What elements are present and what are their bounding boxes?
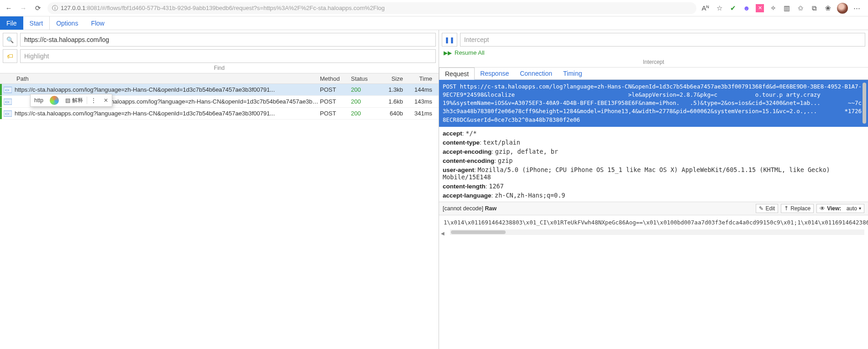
flow-method: POST bbox=[320, 110, 351, 117]
flow-table-body: <> https://c-sta.haloapps.com/log?langua… bbox=[0, 84, 439, 349]
request-body[interactable]: 1\x014\x011691464238803\x01_CI\x01RTeUkF… bbox=[439, 215, 868, 229]
favorite-icon[interactable]: ☆ bbox=[715, 4, 724, 13]
site-info-icon[interactable]: ⓘ bbox=[52, 4, 58, 12]
flow-type-icon: <> bbox=[2, 99, 14, 105]
copilot-icon[interactable] bbox=[50, 96, 59, 105]
tab-response[interactable]: Response bbox=[475, 68, 514, 79]
intercept-input[interactable] bbox=[460, 33, 865, 47]
col-time[interactable]: Time bbox=[406, 75, 439, 82]
flow-size: 1.3kb bbox=[377, 86, 406, 93]
flow-time: 144ms bbox=[406, 86, 439, 93]
read-aloud-icon[interactable]: Aᴺ bbox=[701, 4, 710, 13]
header-row[interactable]: content-type: text/plain bbox=[443, 138, 864, 147]
tag-icon: 🏷 bbox=[7, 52, 13, 60]
detail-body: POST https://c-sta.haloapps.com/log?lang… bbox=[439, 80, 868, 349]
address-bar[interactable]: ⓘ 127.0.0.1:8081/#/flows/fbf1d460-577b-4… bbox=[47, 2, 696, 14]
collections-icon[interactable]: ⧉ bbox=[810, 4, 819, 13]
profile-avatar[interactable] bbox=[837, 3, 848, 14]
replace-button[interactable]: ⤒Replace bbox=[781, 204, 814, 213]
detail-pane: ❚❚ ▶▶ Resume All Intercept Request Respo… bbox=[439, 30, 868, 349]
intercept-toggle[interactable]: ❚❚ bbox=[442, 33, 457, 47]
body-toolbar: [cannot decode] Raw ✎Edit ⤒Replace 👁View… bbox=[439, 202, 868, 215]
svg-text:<>: <> bbox=[5, 99, 10, 104]
tab-request[interactable]: Request bbox=[439, 68, 475, 80]
search-button[interactable]: 🔍 bbox=[3, 33, 17, 47]
flow-status: 200 bbox=[351, 86, 377, 93]
inline-translate-popup[interactable]: http ▤解释 ⋮ ✕ bbox=[30, 94, 112, 107]
fast-forward-icon: ▶▶ bbox=[444, 50, 452, 56]
browser-toolbar: ← → ⟳ ⓘ 127.0.0.1:8081/#/flows/fbf1d460-… bbox=[0, 0, 868, 16]
resume-all-button[interactable]: ▶▶ Resume All bbox=[442, 48, 865, 57]
col-method[interactable]: Method bbox=[320, 75, 351, 82]
find-panel-label: Find bbox=[0, 64, 439, 73]
request-first-line[interactable]: POST https://c-sta.haloapps.com/log?lang… bbox=[439, 80, 868, 127]
flow-type-icon: <> bbox=[2, 87, 14, 93]
tab-timing[interactable]: Timing bbox=[558, 68, 588, 79]
col-path[interactable]: Path bbox=[14, 75, 320, 82]
header-row[interactable]: accept-language: zh-CN,zh-Hans;q=0.9 bbox=[443, 191, 864, 200]
back-button[interactable]: ← bbox=[4, 3, 14, 13]
pause-icon: ❚❚ bbox=[444, 36, 455, 43]
pencil-icon: ✎ bbox=[759, 205, 763, 212]
performance-icon[interactable]: ❀ bbox=[823, 4, 832, 13]
book-icon: ▤ bbox=[65, 97, 70, 104]
reload-button[interactable]: ⟳ bbox=[33, 3, 43, 13]
chevron-down-icon: ▾ bbox=[859, 206, 861, 211]
header-row[interactable]: content-encoding: gzip bbox=[443, 156, 864, 165]
ext-check-icon[interactable]: ✔ bbox=[728, 4, 737, 13]
url-text: 127.0.0.1:8081/#/flows/fbf1d460-577b-431… bbox=[61, 5, 385, 11]
forward-button[interactable]: → bbox=[18, 3, 28, 13]
flow-table-header: Path Method Status Size Time bbox=[0, 73, 439, 84]
favorites-bar-icon[interactable]: ✩ bbox=[796, 4, 805, 13]
header-row[interactable]: user-agent: Mozilla/5.0 (iPhone; CPU iPh… bbox=[443, 165, 864, 182]
upload-icon: ⤒ bbox=[784, 205, 789, 212]
browser-actions: Aᴺ ☆ ✔ ☻ ✕ ✧ ▥ ✩ ⧉ ❀ ⋯ bbox=[701, 3, 864, 14]
flow-type-icon: <> bbox=[2, 110, 14, 117]
ctx-explain[interactable]: ▤解释 bbox=[62, 97, 87, 104]
split-icon[interactable]: ▥ bbox=[782, 4, 791, 13]
menu-start[interactable]: Start bbox=[23, 16, 50, 30]
header-row[interactable]: accept: */* bbox=[443, 129, 864, 138]
horizontal-scrollbar[interactable] bbox=[450, 229, 864, 235]
flow-path: https://c-sta.haloapps.com/log?language=… bbox=[14, 110, 320, 117]
ctx-close[interactable]: ✕ bbox=[100, 97, 112, 104]
request-headers: accept: */* content-type: text/plain acc… bbox=[439, 127, 868, 202]
flow-status: 200 bbox=[351, 98, 377, 105]
ctx-more[interactable]: ⋮ bbox=[87, 97, 100, 104]
col-size[interactable]: Size bbox=[377, 75, 406, 82]
menu-bar: File Start Options Flow bbox=[0, 16, 868, 30]
flow-list-pane: 🔍 🏷 Find Path Method Status Size Time bbox=[0, 30, 439, 349]
detail-tabs: Request Response Connection Timing bbox=[439, 67, 868, 80]
header-row[interactable]: accept-encoding: gzip, deflate, br bbox=[443, 147, 864, 156]
menu-flow[interactable]: Flow bbox=[84, 16, 111, 30]
flow-method: POST bbox=[320, 86, 351, 93]
flow-size: 1.6kb bbox=[377, 98, 406, 105]
col-status[interactable]: Status bbox=[351, 75, 377, 82]
intercept-panel-label: Intercept bbox=[439, 58, 868, 67]
extensions-icon[interactable]: ✧ bbox=[769, 4, 778, 13]
flow-path: https://c-sta.haloapps.com/log?language=… bbox=[14, 86, 320, 93]
flow-size: 640b bbox=[377, 110, 406, 117]
search-icon: 🔍 bbox=[6, 36, 14, 43]
resume-all-label: Resume All bbox=[455, 49, 485, 56]
highlight-button[interactable]: 🏷 bbox=[3, 49, 17, 63]
flow-row[interactable]: <> https://c-sta.haloapps.com/log?langua… bbox=[0, 108, 439, 120]
scroll-left-icon[interactable]: ◀ bbox=[439, 231, 446, 236]
highlight-input[interactable] bbox=[20, 49, 436, 63]
more-menu-icon[interactable]: ⋯ bbox=[852, 4, 862, 13]
menu-options[interactable]: Options bbox=[50, 16, 84, 30]
header-row[interactable]: content-length: 1267 bbox=[443, 182, 864, 191]
view-mode-button[interactable]: 👁View: auto▾ bbox=[816, 204, 864, 213]
tab-connection[interactable]: Connection bbox=[514, 68, 558, 79]
flow-time: 341ms bbox=[406, 110, 439, 117]
search-input[interactable] bbox=[20, 33, 436, 47]
eye-icon: 👁 bbox=[820, 205, 825, 212]
edit-button[interactable]: ✎Edit bbox=[756, 204, 778, 213]
ext-pink-icon[interactable]: ✕ bbox=[756, 4, 764, 12]
flow-method: POST bbox=[320, 98, 351, 105]
vertical-scrollbar[interactable] bbox=[863, 80, 867, 135]
mitmweb-app: File Start Options Flow 🔍 🏷 Find Path Me… bbox=[0, 16, 868, 349]
svg-text:<>: <> bbox=[5, 88, 10, 92]
ext-smiley-icon[interactable]: ☻ bbox=[742, 4, 751, 13]
menu-file[interactable]: File bbox=[0, 16, 23, 30]
